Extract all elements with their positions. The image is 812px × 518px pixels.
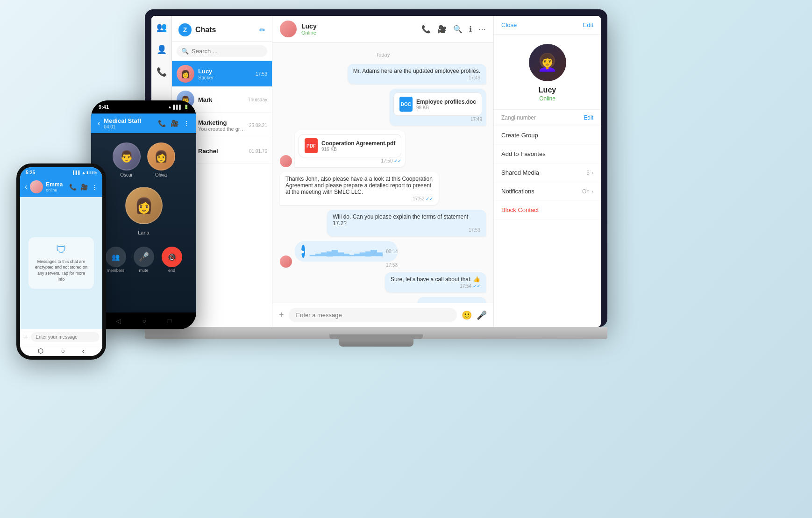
ios-message-input[interactable] [31,332,100,342]
msg-row-3: PDF Cooperation Agreement.pdf 916 KB 17:… [280,130,486,167]
chat-info-lucy: Lucy Sticker [198,68,252,80]
close-panel-button[interactable]: Close [501,21,517,28]
ios-back-nav[interactable]: ⬡ [38,347,43,355]
chats-nav-icon[interactable]: 👥 [154,20,169,35]
mute-control: 🎤 mute [134,247,154,273]
chat-info-mark: Mark [198,96,244,103]
call-screen: 👨 Oscar 👩 Olivia 👩 Lana 👥 members 🎤 mute… [91,133,196,312]
msg-bubble-4: Thanks John, also please have a a look a… [280,172,439,205]
pdf-icon: PDF [305,138,318,153]
play-button[interactable]: ▶ [301,245,305,258]
right-panel-profile: 👩‍🦱 Lucy Online [494,35,601,110]
edit-panel-button[interactable]: Edit [583,21,593,28]
menu-item-create-group[interactable]: Create Group [494,126,601,145]
right-panel-header: Close Edit [494,16,601,35]
end-call-control: 📵 end [162,247,182,273]
voice-call-icon[interactable]: 📞 [421,25,431,34]
shared-media-label: Shared Media [501,169,539,176]
chat-name-marketing: Marketing [198,119,245,126]
ios-add-button[interactable]: + [24,333,28,341]
file-info-pdf: Cooperation Agreement.pdf 916 KB [321,140,395,152]
mic-button[interactable]: 🎤 [477,310,487,320]
search-chat-icon[interactable]: 🔍 [453,25,463,34]
menu-item-notifications[interactable]: Notifications On › [494,182,601,201]
search-input[interactable] [192,48,263,55]
sidebar-header: Z Chats ✏ [172,16,272,42]
ios-encrypted-text: Messages to this chat are encrypted and … [34,259,88,282]
audio-bubble: ▶ ▁▂▃▄▅▃▂▁▂▃▄▅▃ 00:14 [295,241,398,262]
wifi-icon: ▲ [168,105,172,109]
chat-time-mark: Thursday [248,97,267,102]
doc-icon: DOC [399,97,413,112]
android-recent-nav[interactable]: □ [168,317,171,325]
chat-header-actions: 📞 🎥 🔍 ℹ ⋯ [421,25,486,34]
chat-time-rachel: 01.01.70 [249,149,267,154]
add-members-button[interactable]: 👥 [106,247,126,267]
input-area: + 🙂 🎤 [272,303,493,327]
ios-encrypted-box: 🛡 Messages to this chat are encrypted an… [28,237,94,289]
ios-forward-nav[interactable]: ‹ [82,347,85,355]
message-input[interactable] [289,308,457,322]
ios-voice-call-icon[interactable]: 📞 [69,184,77,191]
ios-emoji-button[interactable]: 🙂 [102,334,106,341]
ios-home-nav[interactable]: ○ [61,347,64,355]
app-layout: 👥 👤 📞 Z Chats ✏ 🔍 [151,16,601,327]
phone-action-icon[interactable]: 📞 [158,120,166,127]
call-screen-bottom: 👩 Lana [125,187,163,235]
avatar-small-lucy-2 [280,255,292,268]
ios-messages-area: 🛡 Messages to this chat are encrypted an… [20,197,102,329]
signal-icon: ▌▌▌ [173,105,182,109]
menu-item-shared-media[interactable]: Shared Media 3 › [494,163,601,182]
end-call-button[interactable]: 📵 [162,247,182,267]
chat-item-lucy[interactable]: 👩 Lucy Sticker 17:53 [172,61,272,87]
add-attachment-button[interactable]: + [279,310,284,320]
file-attachment-doc: DOC Employee profiles.doc 98 KB [393,92,482,116]
ios-input-area: + 🙂 🎤 [20,329,102,345]
more-options-icon[interactable]: ⋯ [478,25,486,34]
new-chat-button[interactable]: ✏ [259,26,265,35]
zangi-number-row: Zangi number Edit [494,110,601,126]
back-button[interactable]: ‹ [98,119,100,128]
search-input-wrap: 🔍 [177,45,267,57]
ios-status-bar: 5:25 ▌▌▌ ▲ ▮ 88% [20,167,102,177]
app-logo: Z [178,23,192,36]
messages-area: Today Mr. Adams here are the updated emp… [272,43,493,303]
video-action-icon[interactable]: 🎥 [171,120,178,127]
ios-wifi-icon: ▲ [82,170,85,175]
zangi-number-edit[interactable]: Edit [584,114,593,121]
mute-button[interactable]: 🎤 [134,247,154,267]
menu-item-add-favorites[interactable]: Add to Favorites [494,145,601,163]
android-back-nav[interactable]: ◁ [116,317,121,325]
contacts-nav-icon[interactable]: 👤 [154,42,169,57]
emoji-button[interactable]: 🙂 [462,310,472,320]
msg-row-2: DOC Employee profiles.doc 98 KB 17:49 [280,89,486,126]
chat-time-marketing: 25.02.21 [249,123,267,128]
more-action-icon[interactable]: ⋮ [183,120,190,127]
menu-item-block-contact[interactable]: Block Contact [494,201,601,220]
android-home-nav[interactable]: ○ [142,317,146,325]
contact-status-large: Online [539,95,556,102]
android-phone: 9:41 ▲ ▌▌▌ 🔋 ‹ Medical Staff 04:01 📞 🎥 ⋮… [91,100,196,329]
add-members-label: members [107,268,125,273]
info-icon[interactable]: ℹ [469,25,472,34]
calls-nav-icon[interactable]: 📞 [154,64,169,79]
avatar-oscar: 👨 [113,142,141,170]
ios-battery-icon: ▮ [86,170,88,175]
video-call-icon[interactable]: 🎥 [437,25,447,34]
ios-contact-info: Emma online [46,181,66,192]
msg-bubble-1: Mr. Adams here are the updated employee … [348,64,486,84]
android-header-info: Medical Staff 04:01 [104,117,154,129]
zangi-number-label: Zangi number [501,114,536,121]
ios-back-button[interactable]: ‹ [25,183,27,191]
participant-olivia: 👩 Olivia [147,142,175,177]
ios-chat-header: ‹ Emma online 📞 🎥 ⋮ [20,177,102,197]
app-window: 👥 👤 📞 Z Chats ✏ 🔍 [151,16,601,327]
ios-more-icon[interactable]: ⋮ [92,184,98,191]
laptop: 👥 👤 📞 Z Chats ✏ 🔍 [145,9,607,374]
msg-row-8: 📞 Outgoing Call 17:55 [280,297,486,303]
ios-video-call-icon[interactable]: 🎥 [80,184,88,191]
msg-text-1: Mr. Adams here are the updated employee … [353,68,480,74]
participant-oscar: 👨 Oscar [113,142,141,177]
msg-time-1: 17:49 [353,75,480,80]
android-status-icons: ▲ ▌▌▌ 🔋 [168,105,189,109]
